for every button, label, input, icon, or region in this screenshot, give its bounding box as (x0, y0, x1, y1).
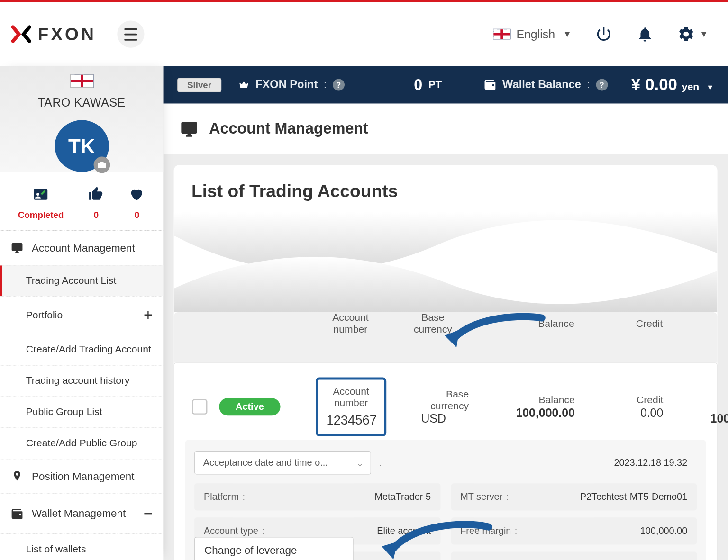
nav-group-wallet[interactable]: Wallet Management − (0, 493, 163, 533)
bell-icon[interactable] (636, 25, 654, 43)
monitor-icon (180, 119, 199, 138)
stat-label: Completed (18, 209, 64, 219)
nav-item-create-pg[interactable]: Create/Add Public Group (0, 427, 163, 459)
wallet-icon (483, 78, 496, 91)
point-label: FXON Point (255, 78, 318, 91)
stat-completed[interactable]: Completed (18, 186, 64, 220)
monitor-icon (10, 242, 23, 254)
thumbs-up-icon (88, 186, 104, 203)
nav-item-trading-list[interactable]: Trading Account List (0, 265, 163, 296)
account-detail: Acceptance date and time o... ⌄ : 2023.1… (185, 440, 706, 560)
credit: 0.00 (581, 406, 669, 420)
profile-name: TARO KAWASE (37, 96, 125, 110)
language-label: English (516, 27, 555, 41)
wave-separator (174, 212, 718, 312)
help-icon[interactable]: ? (596, 79, 608, 91)
balance: 100,000.00 (475, 406, 581, 420)
minus-icon: − (144, 505, 153, 523)
status-bar: Silver FXON Point : ? 0 PT Wallet Balanc… (163, 66, 728, 104)
plus-icon: + (144, 306, 153, 325)
logo-mark-icon (10, 24, 32, 45)
wallet-label: Wallet Balance (502, 78, 581, 91)
menu-toggle-button[interactable] (118, 20, 145, 47)
avatar-initials: TK (68, 135, 95, 157)
nav-item-wallets[interactable]: List of wallets (0, 533, 163, 560)
page-title: Account Management (209, 119, 368, 138)
stat-value: 0 (94, 209, 99, 219)
heart-icon (128, 186, 145, 203)
gear-icon (677, 25, 695, 43)
point-value: 0 (414, 76, 422, 94)
chevron-down-icon: ▼ (706, 83, 714, 92)
account-number-highlight: Account number 1234567 (316, 378, 386, 436)
nav-group-account[interactable]: Account Management (0, 230, 163, 265)
main-content: Account Management List of Trading Accou… (163, 104, 728, 560)
wallet-value: 0.00 (645, 75, 677, 94)
avatar[interactable]: TK (55, 120, 109, 172)
nav-item-portfolio[interactable]: Portfolio+ (0, 296, 163, 334)
crown-icon (238, 79, 250, 91)
date-select[interactable]: Acceptance date and time o... ⌄ (194, 451, 371, 475)
uk-flag-icon (493, 29, 510, 39)
stat-hearts[interactable]: 0 (128, 186, 145, 220)
nav-item-public-groups[interactable]: Public Group List (0, 396, 163, 427)
account-number: 1234567 (326, 413, 375, 428)
help-icon[interactable]: ? (333, 79, 345, 91)
chevron-down-icon: ▼ (563, 29, 571, 39)
settings-menu[interactable]: ▼ (677, 25, 708, 43)
brand-logo[interactable]: FXON (10, 24, 96, 45)
power-icon[interactable] (595, 25, 612, 43)
account-panel: Active Account number 1234567 Basecurren… (174, 363, 718, 560)
ops-dropdown-menu: Change of leverage Change password Accou… (194, 537, 354, 560)
row-checkbox[interactable] (192, 399, 207, 415)
chevron-down-icon: ▼ (700, 29, 708, 39)
profile-panel: TARO KAWASE TK (0, 66, 163, 172)
effective-margin: 100,000.00 (669, 412, 728, 425)
trading-accounts-card: List of Trading Accounts Acco (174, 165, 718, 560)
profile-stats: Completed 0 0 (0, 172, 163, 230)
camera-icon[interactable] (93, 157, 110, 173)
stat-value: 0 (135, 209, 139, 219)
nav-group-label: Wallet Management (32, 507, 126, 520)
opt-change-leverage[interactable]: Change of leverage (195, 538, 353, 560)
nav-group-position[interactable]: Position Management (0, 459, 163, 493)
status-badge: Active (219, 398, 280, 415)
nav-group-label: Account Management (32, 242, 135, 254)
sidebar: TARO KAWASE TK Completed 0 0 (0, 66, 163, 560)
nav-item-create-ta[interactable]: Create/Add Trading Account (0, 334, 163, 365)
currency-symbol: ¥ (631, 75, 640, 94)
id-card-icon (33, 186, 49, 203)
uk-flag-icon (70, 74, 93, 88)
base-currency: USD (392, 412, 475, 425)
app-header: FXON English ▼ ▼ (0, 2, 728, 66)
wallet-icon (10, 507, 23, 520)
timestamp: 2023.12.18 19:32 (441, 449, 697, 476)
pin-icon (10, 470, 23, 483)
stat-likes[interactable]: 0 (88, 186, 104, 220)
brand-wordmark: FXON (38, 24, 96, 44)
point-unit: PT (428, 79, 442, 91)
column-header-row: Accountnumber Basecurrency Balance Credi… (174, 312, 718, 363)
wallet-balance[interactable]: ¥ 0.00 yen ▼ (631, 75, 714, 94)
wallet-unit: yen (682, 81, 699, 93)
page-title-bar: Account Management (163, 104, 728, 154)
language-switcher[interactable]: English ▼ (493, 27, 572, 41)
nav-item-ta-history[interactable]: Trading account history (0, 365, 163, 396)
nav-group-label: Position Management (32, 470, 134, 482)
list-title: List of Trading Accounts (191, 181, 700, 201)
chevron-down-icon: ⌄ (356, 457, 364, 469)
tier-badge: Silver (177, 77, 221, 92)
